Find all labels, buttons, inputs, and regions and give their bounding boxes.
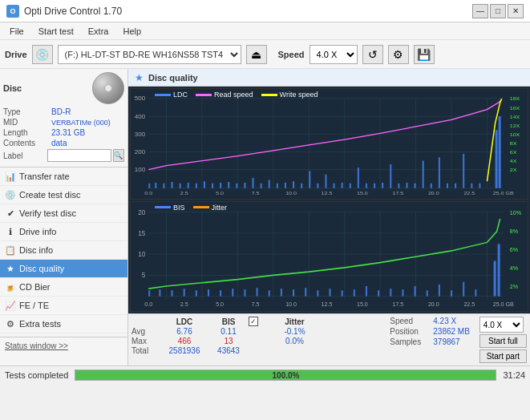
svg-rect-66 [342, 183, 343, 188]
sidebar-item-extra-tests[interactable]: ⚙ Extra tests [0, 315, 127, 333]
disc-section-title: Disc [3, 83, 22, 93]
action-buttons-area: 4.0 X Start full Start part [479, 317, 527, 363]
svg-text:400: 400 [135, 113, 145, 119]
svg-rect-76 [423, 161, 424, 188]
svg-text:12.5: 12.5 [322, 191, 333, 196]
avg-jitter: -0.1% [273, 327, 317, 336]
svg-rect-123 [159, 289, 160, 296]
label-input[interactable] [47, 149, 111, 162]
svg-text:4%: 4% [510, 264, 519, 271]
close-button[interactable]: ✕ [508, 4, 524, 18]
sidebar-item-disc-quality[interactable]: ★ Disc quality [0, 260, 127, 278]
chart-bis: BIS Jitter [130, 201, 528, 313]
max-jitter: 0.0% [273, 337, 317, 345]
total-label: Total [131, 346, 160, 355]
svg-text:14X: 14X [510, 114, 520, 119]
svg-text:200: 200 [135, 149, 145, 155]
sidebar-item-transfer-rate[interactable]: 📊 Transfer rate [0, 168, 127, 186]
disc-panel: Disc Type BD-R MID VERBATIMe (000) Lengt… [0, 69, 127, 168]
drive-select[interactable]: (F:) HL-DT-ST BD-RE WH16NS58 TST4 [58, 45, 241, 64]
sidebar-item-cd-bier[interactable]: 🍺 CD Bier [0, 278, 127, 297]
svg-text:20.0: 20.0 [428, 191, 439, 196]
svg-text:5: 5 [142, 272, 146, 279]
mid-value: VERBATIMe (000) [51, 119, 124, 127]
legend-bis: BIS [155, 204, 185, 212]
status-window-button[interactable]: Status window >> [5, 341, 68, 350]
stats-area: LDC BIS ✓ Jitter Avg 6.76 0.11 -0.1% [128, 313, 530, 365]
svg-rect-46 [180, 184, 181, 188]
svg-text:2%: 2% [510, 283, 519, 290]
panel-header-icon: ★ [135, 72, 144, 83]
menu-start-test[interactable]: Start test [32, 25, 80, 38]
svg-text:8X: 8X [510, 140, 517, 145]
svg-rect-72 [390, 164, 391, 188]
svg-text:15: 15 [138, 229, 145, 236]
menu-help[interactable]: Help [116, 25, 148, 38]
svg-rect-50 [212, 184, 213, 188]
svg-rect-62 [309, 171, 310, 188]
svg-rect-122 [148, 290, 150, 296]
speed-select[interactable]: 4.0 X [310, 45, 358, 64]
speed-position-info: Speed 4.23 X Position 23862 MB Samples 3… [390, 317, 470, 346]
menu-extra[interactable]: Extra [82, 25, 115, 38]
svg-text:4X: 4X [510, 159, 517, 164]
svg-rect-85 [499, 116, 501, 188]
svg-text:0.0: 0.0 [144, 301, 152, 308]
svg-text:12.5: 12.5 [322, 301, 333, 308]
svg-rect-78 [439, 157, 440, 188]
menu-file[interactable]: File [3, 25, 30, 38]
label-search-button[interactable]: 🔍 [113, 149, 124, 162]
svg-rect-70 [374, 184, 375, 188]
sidebar-item-create-test-disc[interactable]: 💿 Create test disc [0, 186, 127, 204]
disc-icon [92, 72, 124, 104]
svg-text:20.0: 20.0 [428, 301, 439, 308]
svg-rect-57 [269, 180, 270, 188]
col-header-bis: BIS [208, 317, 249, 326]
position-value: 23862 MB [433, 327, 470, 336]
chart1-legend: LDC Read speed Write speed [155, 91, 318, 99]
legend-jitter: Jitter [193, 204, 228, 212]
svg-rect-128 [220, 290, 221, 296]
save-button[interactable]: 💾 [414, 45, 435, 64]
svg-text:22.5: 22.5 [463, 301, 475, 308]
start-part-button[interactable]: Start part [479, 349, 527, 363]
sidebar-item-fe-te[interactable]: 📈 FE / TE [0, 297, 127, 315]
refresh-button[interactable]: ↺ [362, 45, 383, 64]
start-full-button[interactable]: Start full [479, 334, 527, 348]
svg-rect-146 [439, 284, 440, 296]
svg-text:7.5: 7.5 [252, 301, 260, 308]
avg-bis: 0.11 [208, 327, 249, 336]
sidebar-item-drive-info[interactable]: ℹ Drive info [0, 223, 127, 241]
svg-rect-83 [479, 184, 480, 188]
config-button[interactable]: ⚙ [388, 45, 409, 64]
svg-rect-61 [301, 184, 302, 188]
jitter-checkbox[interactable]: ✓ [249, 317, 258, 326]
svg-rect-143 [402, 289, 403, 296]
minimize-button[interactable]: — [472, 4, 488, 18]
svg-rect-125 [184, 289, 185, 296]
svg-rect-45 [172, 182, 173, 188]
app-title: Opti Drive Control 1.70 [24, 6, 122, 17]
svg-rect-43 [155, 183, 156, 188]
sidebar-item-disc-info[interactable]: 📋 Disc info [0, 241, 127, 260]
eject-button[interactable]: ⏏ [246, 45, 267, 64]
svg-rect-74 [406, 183, 407, 188]
legend-ldc-color [155, 94, 171, 96]
drive-icon-button[interactable]: 💿 [32, 45, 53, 64]
maximize-button[interactable]: □ [490, 4, 506, 18]
svg-text:12X: 12X [510, 123, 520, 127]
max-bis: 13 [208, 337, 249, 345]
drive-info-icon: ℹ [5, 226, 16, 237]
sidebar-item-verify-test-disc[interactable]: ✔ Verify test disc [0, 204, 127, 223]
toolbar: Drive 💿 (F:) HL-DT-ST BD-RE WH16NS58 TST… [0, 40, 530, 69]
speed-dropdown-select[interactable]: 4.0 X [479, 317, 524, 333]
svg-text:6X: 6X [510, 150, 517, 155]
svg-text:20: 20 [138, 208, 145, 216]
chart-ldc: LDC Read speed Write speed [130, 88, 528, 200]
status-bar: Tests completed 100.0% 31:24 [0, 365, 530, 383]
svg-rect-59 [285, 183, 286, 188]
legend-write-speed: Write speed [261, 91, 318, 99]
legend-ldc: LDC [155, 91, 188, 99]
svg-text:22.5: 22.5 [463, 191, 475, 196]
verify-disc-icon: ✔ [5, 208, 16, 219]
